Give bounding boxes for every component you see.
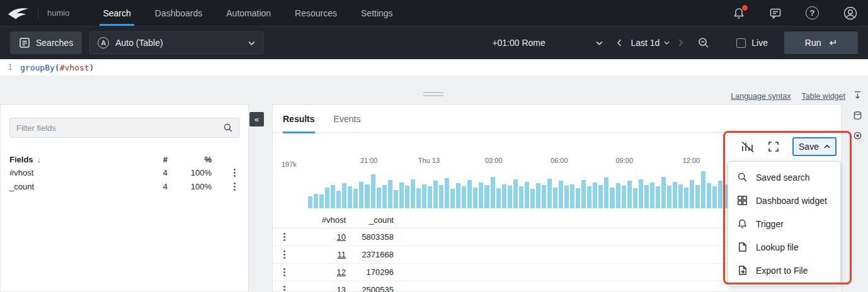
- vhost-value-link[interactable]: 11: [338, 250, 346, 259]
- menu-item-lookup-file[interactable]: Lookup file: [728, 235, 840, 259]
- line-number: 1: [0, 63, 20, 72]
- histogram-bar: [678, 184, 683, 208]
- histogram-bar: [502, 184, 506, 208]
- query-editor[interactable]: 1 groupBy(#vhost): [0, 59, 868, 76]
- row-menu-icon[interactable]: [283, 271, 285, 273]
- account-icon[interactable]: [843, 6, 858, 21]
- sort-down-icon[interactable]: ↓: [37, 155, 42, 164]
- menu-item-dashboard-widget[interactable]: Dashboard widget: [728, 189, 840, 212]
- column-header-count[interactable]: _count: [346, 215, 394, 225]
- notification-badge: [742, 5, 748, 11]
- histogram-bar: [633, 188, 637, 208]
- y-max-label: 197k: [282, 160, 297, 168]
- time-range-select[interactable]: Last 1d: [631, 38, 670, 48]
- vhost-value-link[interactable]: 10: [337, 232, 346, 242]
- help-icon[interactable]: ?: [806, 6, 819, 20]
- histogram-bar: [405, 186, 409, 208]
- bell-icon: [737, 218, 748, 229]
- column-header-vhost[interactable]: #vhost: [295, 215, 346, 225]
- save-button[interactable]: Save: [792, 137, 837, 156]
- fields-panel: Fields ↓ # % #vhost 4 100% _count 4 100%: [0, 104, 249, 292]
- histogram-bar: [695, 185, 700, 208]
- field-menu-icon[interactable]: [234, 172, 236, 174]
- searches-button[interactable]: Searches: [10, 31, 82, 54]
- table-widget-link[interactable]: Table widget: [802, 92, 846, 101]
- menu-item-trigger[interactable]: Trigger: [728, 212, 840, 235]
- histogram-bar: [690, 180, 694, 208]
- fields-header: Fields ↓ # %: [1, 153, 248, 166]
- histogram-bar: [581, 180, 586, 208]
- time-back-button[interactable]: [617, 39, 622, 47]
- timezone-select[interactable]: +01:00 Rome: [492, 38, 603, 48]
- row-menu-icon[interactable]: [283, 289, 285, 291]
- chevron-up-icon: [824, 145, 830, 149]
- divider: [38, 8, 38, 19]
- count-value: 2500535: [346, 285, 394, 292]
- histogram-bar: [353, 189, 358, 208]
- histogram-bar: [656, 186, 660, 208]
- filter-fields-input[interactable]: [9, 118, 239, 138]
- histogram-bar: [553, 188, 557, 208]
- vhost-value-link[interactable]: 12: [337, 267, 346, 277]
- histogram-bar: [707, 183, 711, 208]
- live-checkbox[interactable]: [736, 38, 746, 48]
- nav-item-settings[interactable]: Settings: [349, 0, 405, 26]
- language-syntax-link[interactable]: Language syntax: [731, 92, 791, 101]
- histogram-bar: [639, 179, 643, 208]
- chevron-down-icon: [664, 41, 670, 45]
- collapse-fields-panel-button[interactable]: «: [249, 112, 264, 126]
- crowdstrike-logo-icon[interactable]: [8, 6, 29, 20]
- tab-results[interactable]: Results: [283, 105, 315, 133]
- histogram-bar: [382, 185, 387, 208]
- fullscreen-icon[interactable]: [768, 141, 779, 152]
- zoom-out-icon[interactable]: [697, 36, 710, 49]
- histogram-bar: [456, 183, 460, 208]
- histogram-bar: [519, 186, 523, 208]
- editor-resize-handle[interactable]: [423, 90, 443, 96]
- field-row-count[interactable]: _count 4 100%: [1, 179, 248, 193]
- histogram-bar: [411, 179, 415, 208]
- query-inspector-icon[interactable]: [853, 131, 862, 140]
- histogram-bar: [627, 181, 632, 208]
- nav-item-dashboards[interactable]: Dashboards: [143, 0, 215, 26]
- nav-item-resources[interactable]: Resources: [283, 0, 349, 26]
- export-icon: [737, 265, 748, 276]
- nav-item-automation[interactable]: Automation: [214, 0, 283, 26]
- vhost-value-link[interactable]: 13: [337, 285, 346, 292]
- row-menu-icon[interactable]: [283, 254, 285, 256]
- histogram-bars: [308, 168, 734, 208]
- chevron-down-icon: [248, 41, 255, 45]
- field-menu-icon[interactable]: [234, 186, 236, 188]
- collapse-editor-icon[interactable]: [853, 91, 862, 100]
- histogram-bar: [530, 189, 535, 208]
- field-row-vhost[interactable]: #vhost 4 100%: [1, 166, 248, 179]
- menu-item-export-to-file[interactable]: Export to File: [728, 259, 840, 282]
- histogram-bar: [428, 186, 432, 208]
- count-value: 2371668: [346, 250, 394, 259]
- time-forward-button[interactable]: [678, 39, 683, 47]
- results-actions-toolbar: Save: [741, 137, 837, 156]
- row-menu-icon[interactable]: [283, 236, 285, 238]
- histogram-bar: [576, 188, 580, 208]
- main-nav: Search Dashboards Automation Resources S…: [91, 0, 404, 26]
- chat-icon[interactable]: [769, 7, 782, 20]
- query-function-token: groupBy: [20, 63, 55, 72]
- query-field-token: #vhost: [60, 63, 89, 72]
- histogram-bar: [718, 181, 722, 208]
- histogram-bar: [342, 183, 346, 208]
- histogram-bar: [650, 182, 654, 208]
- nav-item-search[interactable]: Search: [91, 0, 142, 26]
- tab-events[interactable]: Events: [334, 105, 361, 133]
- search-toolbar: Searches A Auto (Table) +01:00 Rome Last…: [0, 26, 868, 59]
- notifications-icon[interactable]: [733, 7, 745, 20]
- view-type-select[interactable]: A Auto (Table): [89, 31, 263, 54]
- run-button[interactable]: Run ↵: [784, 31, 858, 54]
- live-toggle: Live: [736, 38, 768, 48]
- histogram-bar: [336, 191, 341, 208]
- toggle-chart-icon[interactable]: [741, 140, 755, 153]
- histogram-bar: [570, 184, 574, 208]
- menu-item-saved-search[interactable]: Saved search: [728, 166, 840, 189]
- histogram-bar: [644, 185, 649, 208]
- count-value: 5803358: [346, 232, 394, 242]
- data-sources-icon[interactable]: [853, 111, 862, 121]
